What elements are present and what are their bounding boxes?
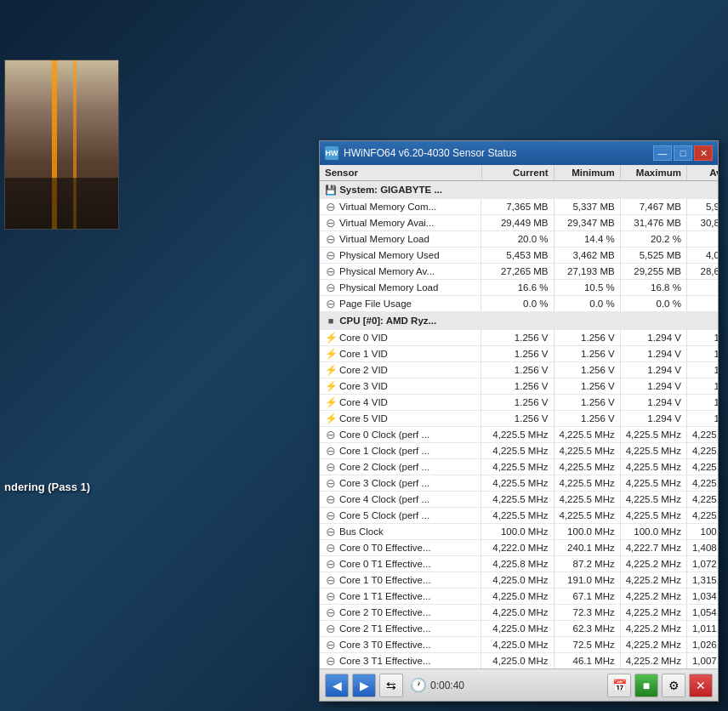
col-header-current: Current — [481, 165, 554, 181]
table-row[interactable]: ⊖ Virtual Memory Avai... 29,449 MB 29,34… — [320, 215, 718, 231]
lightning-icon: ⚡ — [325, 364, 337, 376]
col-header-minimum: Minimum — [554, 165, 620, 181]
table-row[interactable]: ⊖ Core 4 Clock (perf ... 4,225.5 MHz 4,2… — [320, 492, 718, 508]
current-value: 7,365 MB — [481, 199, 554, 215]
table-row[interactable]: ⚡ Core 0 VID 1.256 V 1.256 V 1.294 V 1.2… — [320, 330, 718, 346]
maximize-button[interactable]: □ — [674, 145, 692, 161]
sensor-name-cell: ⊖ Core 0 T1 Effective... — [320, 556, 481, 572]
min-value: 1.256 V — [554, 395, 620, 411]
min-value: 87.2 MHz — [554, 556, 620, 572]
back-button[interactable]: ◀ — [325, 674, 349, 697]
max-value: 4,225.5 MHz — [620, 427, 686, 443]
avg-value: 28,664 MB — [686, 264, 718, 280]
close-app-button[interactable]: ✕ — [689, 674, 713, 697]
min-value: 14.4 % — [554, 231, 620, 247]
sensor-name-cell: ⊖ Core 2 T0 Effective... — [320, 605, 481, 620]
sensor-name-cell: ⊖ Core 3 T0 Effective... — [320, 637, 481, 652]
table-row[interactable]: ⊖ Core 5 Clock (perf ... 4,225.5 MHz 4,2… — [320, 508, 718, 524]
avg-value: 1,408.3 MHz — [686, 540, 718, 556]
sensor-name-text: Core 2 VID — [339, 365, 388, 375]
table-row[interactable]: ⊖ Physical Memory Load 16.6 % 10.5 % 16.… — [320, 280, 718, 296]
avg-value: 4,225.5 MHz — [686, 475, 718, 492]
sensor-name-cell: ⊖ Virtual Memory Avai... — [320, 215, 481, 230]
max-value: 4,225.5 MHz — [620, 443, 686, 459]
table-row[interactable]: ⊖ Virtual Memory Com... 7,365 MB 5,337 M… — [320, 199, 718, 215]
min-value: 1.256 V — [554, 378, 620, 395]
table-row[interactable]: ⊖ Core 0 T0 Effective... 4,222.0 MHz 240… — [320, 540, 718, 556]
table-row[interactable]: ⚡ Core 1 VID 1.256 V 1.256 V 1.294 V 1.2… — [320, 346, 718, 362]
circle-minus-icon: ⊖ — [325, 606, 337, 618]
table-row[interactable]: ⊖ Physical Memory Av... 27,265 MB 27,193… — [320, 264, 718, 280]
sensor-name-cell: ⚡ Core 3 VID — [320, 378, 481, 394]
sensor-name-text: Core 1 VID — [339, 349, 388, 359]
circle-minus-icon: ⊖ — [325, 461, 337, 473]
avg-value: 1.284 V — [686, 378, 718, 395]
hdd-icon: 💾 — [325, 184, 337, 196]
bottom-toolbar: ◀ ▶ ⇆ 🕐 0:00:40 📅 ■ ⚙ ✕ — [320, 668, 718, 701]
lightning-icon: ⚡ — [325, 380, 337, 392]
minimize-button[interactable]: — — [653, 145, 672, 161]
timer-display: 🕐 0:00:40 — [410, 677, 464, 693]
title-bar: HW HWiNFO64 v6.20-4030 Sensor Status — □… — [320, 141, 718, 165]
table-row[interactable]: ⊖ Core 2 T1 Effective... 4,225.0 MHz 62.… — [320, 621, 718, 637]
avg-value: 1,054.0 MHz — [686, 605, 718, 621]
table-row[interactable]: ⊖ Core 2 T0 Effective... 4,225.0 MHz 72.… — [320, 605, 718, 621]
current-value: 1.256 V — [481, 411, 554, 427]
max-value: 4,225.2 MHz — [620, 653, 686, 669]
table-row[interactable]: ⊖ Core 1 Clock (perf ... 4,225.5 MHz 4,2… — [320, 443, 718, 459]
table-row[interactable]: ⚡ Core 2 VID 1.256 V 1.256 V 1.294 V 1.2… — [320, 362, 718, 378]
avg-value: 1.285 V — [686, 395, 718, 411]
max-value: 4,225.2 MHz — [620, 621, 686, 637]
min-value: 72.3 MHz — [554, 605, 620, 621]
table-row[interactable]: ⊖ Page File Usage 0.0 % 0.0 % 0.0 % 0.0 … — [320, 296, 718, 312]
avg-value: 4,054 MB — [686, 247, 718, 264]
table-row[interactable]: ⚡ Core 4 VID 1.256 V 1.256 V 1.294 V 1.2… — [320, 395, 718, 411]
table-row[interactable]: ⊖ Core 0 Clock (perf ... 4,225.5 MHz 4,2… — [320, 427, 718, 443]
current-value: 4,225.5 MHz — [481, 475, 554, 492]
current-value: 27,265 MB — [481, 264, 554, 280]
sensor-name-text: Core 0 VID — [339, 333, 388, 343]
table-row[interactable]: ⊖ Virtual Memory Load 20.0 % 14.4 % 20.2… — [320, 231, 718, 247]
table-row[interactable]: ⊖ Core 2 Clock (perf ... 4,225.5 MHz 4,2… — [320, 459, 718, 475]
min-value: 1.256 V — [554, 411, 620, 427]
table-row[interactable]: ⊖ Core 3 T0 Effective... 4,225.0 MHz 72.… — [320, 637, 718, 653]
current-value: 1.256 V — [481, 346, 554, 362]
table-row[interactable]: ⚡ Core 3 VID 1.256 V 1.256 V 1.294 V 1.2… — [320, 378, 718, 395]
sensor-name-text: Core 5 VID — [339, 413, 388, 424]
sensor-name-text: Virtual Memory Com... — [339, 202, 436, 212]
avg-value: 4,225.5 MHz — [686, 492, 718, 508]
table-row[interactable]: ⚡ Core 5 VID 1.256 V 1.256 V 1.294 V 1.2… — [320, 411, 718, 427]
forward-button[interactable]: ▶ — [352, 674, 376, 697]
table-row[interactable]: ⊖ Core 1 T1 Effective... 4,225.0 MHz 67.… — [320, 589, 718, 605]
refresh-button[interactable]: ⇆ — [379, 674, 403, 697]
table-row[interactable]: ⊖ Core 1 T0 Effective... 4,225.0 MHz 191… — [320, 572, 718, 589]
table-row[interactable]: ⊖ Core 0 T1 Effective... 4,225.8 MHz 87.… — [320, 556, 718, 572]
calendar-button[interactable]: 📅 — [607, 674, 631, 697]
sensor-name-cell: ⚡ Core 2 VID — [320, 362, 481, 378]
avg-value: 1.285 V — [686, 411, 718, 427]
max-value: 4,225.2 MHz — [620, 605, 686, 621]
circle-minus-icon: ⊖ — [325, 655, 337, 667]
chart-button[interactable]: ■ — [634, 674, 658, 697]
current-value: 100.0 MHz — [481, 524, 554, 540]
min-value: 67.1 MHz — [554, 589, 620, 605]
sensor-name-text: Core 3 Clock (perf ... — [339, 478, 429, 488]
min-value: 4,225.5 MHz — [554, 427, 620, 443]
close-button[interactable]: ✕ — [694, 145, 713, 161]
table-row[interactable]: ⊖ Physical Memory Used 5,453 MB 3,462 MB… — [320, 247, 718, 264]
table-scroll-area[interactable]: Sensor Current Minimum Maximum Average 💾… — [320, 165, 718, 668]
table-row[interactable]: ⊖ Bus Clock 100.0 MHz 100.0 MHz 100.0 MH… — [320, 524, 718, 540]
current-value: 4,225.5 MHz — [481, 492, 554, 508]
circle-minus-icon: ⊖ — [325, 298, 337, 310]
circle-minus-icon: ⊖ — [325, 623, 337, 634]
sensor-name-text: Core 2 Clock (perf ... — [339, 462, 429, 472]
avg-value: 1,026.5 MHz — [686, 637, 718, 653]
sensor-name-text: Core 5 Clock (perf ... — [339, 510, 429, 520]
cpu-icon: ■ — [325, 315, 337, 327]
table-row[interactable]: ⊖ Core 3 Clock (perf ... 4,225.5 MHz 4,2… — [320, 475, 718, 492]
sensor-name-cell: ⚡ Core 0 VID — [320, 330, 481, 345]
current-value: 4,225.5 MHz — [481, 508, 554, 524]
table-row[interactable]: ⊖ Core 3 T1 Effective... 4,225.0 MHz 46.… — [320, 653, 718, 669]
avg-value: 1,007.7 MHz — [686, 653, 718, 669]
settings-button[interactable]: ⚙ — [662, 674, 685, 697]
